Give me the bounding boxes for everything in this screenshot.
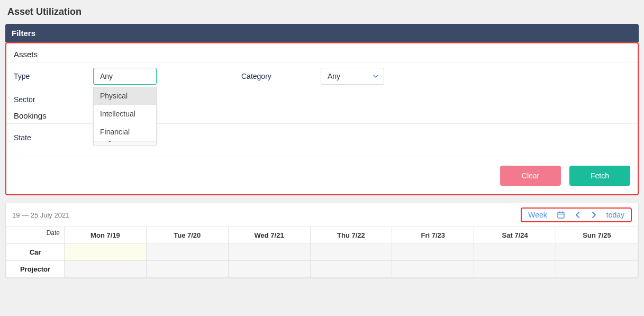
type-select[interactable]: Any [93, 68, 157, 85]
type-dropdown: Physical Intellectual Financial [93, 87, 157, 141]
type-select-value: Any [100, 72, 113, 80]
next-button[interactable] [591, 211, 597, 219]
type-option-financial[interactable]: Financial [94, 123, 156, 141]
assets-section-title: Assets [6, 43, 638, 62]
schedule-cell[interactable] [65, 244, 147, 261]
schedule-cell[interactable] [310, 261, 392, 278]
fetch-button[interactable]: Fetch [569, 166, 630, 186]
filter-actions: Clear Fetch [6, 157, 638, 186]
prev-button[interactable] [575, 211, 581, 219]
schedule-cell[interactable] [146, 244, 228, 261]
calendar-icon[interactable] [557, 211, 565, 219]
schedule-toolbar: 19 — 25 July 2021 Week toda [6, 203, 638, 227]
type-option-intellectual[interactable]: Intellectual [94, 105, 156, 123]
schedule-table: Date Mon 7/19 Tue 7/20 Wed 7/21 Thu 7/22… [6, 227, 638, 278]
clear-button[interactable]: Clear [500, 166, 561, 186]
row-header: Projector [6, 261, 65, 278]
date-range-label: 19 — 25 July 2021 [12, 211, 69, 219]
page-title: Asset Utilization [5, 0, 639, 24]
schedule-row: Car [6, 244, 638, 261]
category-label: Category [241, 72, 321, 80]
today-button[interactable]: today [606, 211, 624, 219]
type-option-physical[interactable]: Physical [94, 87, 156, 105]
col-header: Thu 7/22 [310, 227, 392, 244]
schedule-cell[interactable] [310, 244, 392, 261]
svg-rect-0 [558, 212, 564, 218]
schedule-cell[interactable] [556, 244, 638, 261]
filters-header: Filters [5, 24, 639, 42]
schedule-cell[interactable] [474, 244, 556, 261]
schedule-cell[interactable] [146, 261, 228, 278]
type-row: Type Any Physical Intellectual Financial… [6, 62, 638, 90]
schedule-cell[interactable] [392, 261, 474, 278]
schedule-toolbar-right: Week today [521, 207, 632, 222]
state-label: State [14, 133, 93, 142]
schedule-cell[interactable] [556, 261, 638, 278]
chevron-down-icon [373, 74, 378, 79]
schedule-cell[interactable] [65, 261, 147, 278]
schedule-cell[interactable] [228, 244, 310, 261]
schedule-cell[interactable] [474, 261, 556, 278]
sector-label: Sector [14, 95, 93, 104]
schedule-cell[interactable] [392, 244, 474, 261]
col-header: Sat 7/24 [474, 227, 556, 244]
col-header: Tue 7/20 [146, 227, 228, 244]
category-select-value: Any [328, 72, 340, 80]
row-header: Car [6, 244, 65, 261]
col-header: Fri 7/23 [392, 227, 474, 244]
schedule-panel: 19 — 25 July 2021 Week toda [5, 203, 639, 278]
filters-panel: Assets Type Any Physical Intellectual Fi… [5, 42, 639, 195]
type-label: Type [14, 72, 93, 80]
category-select[interactable]: Any [321, 68, 384, 85]
col-header: Sun 7/25 [556, 227, 638, 244]
schedule-row: Projector [6, 261, 638, 278]
col-header: Mon 7/19 [65, 227, 147, 244]
view-week-button[interactable]: Week [528, 211, 547, 219]
schedule-corner-label: Date [6, 227, 65, 244]
schedule-cell[interactable] [228, 261, 310, 278]
col-header: Wed 7/21 [228, 227, 310, 244]
